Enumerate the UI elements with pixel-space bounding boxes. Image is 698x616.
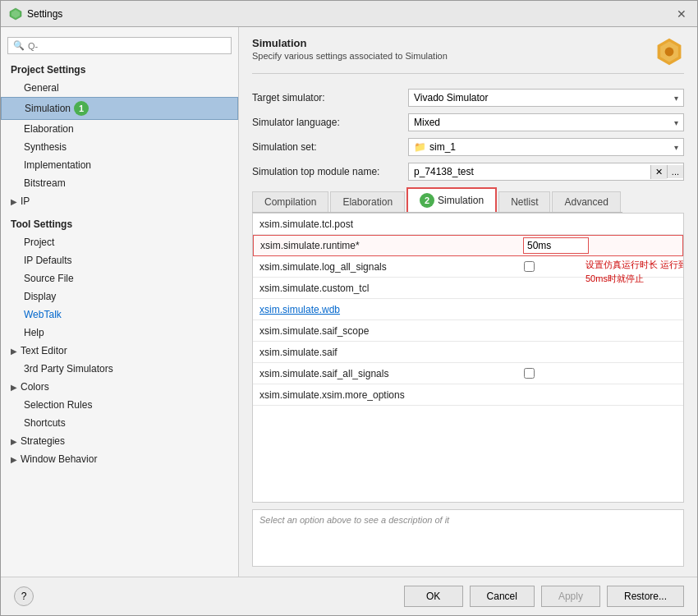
- sim-language-dropdown[interactable]: Mixed ▾: [408, 113, 684, 131]
- row-name-6: xsim.simulate.saif: [253, 343, 519, 361]
- table-row[interactable]: xsim.simulate.wdb: [253, 299, 683, 320]
- sidebar-item-implementation[interactable]: Implementation: [1, 156, 238, 174]
- tab-elaboration[interactable]: Elaboration: [330, 191, 405, 212]
- settings-table: xsim.simulate.tcl.post xsim.simulate.run…: [252, 213, 684, 503]
- dialog-title: Settings: [27, 8, 62, 20]
- sidebar-item-general[interactable]: General: [1, 79, 238, 97]
- panel-title: Simulation: [252, 37, 448, 49]
- table-row[interactable]: xsim.simulate.tcl.post: [253, 214, 683, 235]
- row-name-0: xsim.simulate.tcl.post: [253, 215, 519, 233]
- row-value-3: [519, 287, 683, 290]
- title-bar-left: Settings: [9, 7, 62, 21]
- sidebar-item-colors[interactable]: ▶ Colors: [1, 378, 238, 396]
- panel-subtitle: Specify various settings associated to S…: [252, 51, 448, 61]
- sim-language-control: Mixed ▾: [408, 113, 684, 131]
- sidebar-item-text-editor[interactable]: ▶ Text Editor: [1, 342, 238, 360]
- panel-header-top: Simulation Specify various settings asso…: [252, 37, 684, 67]
- table-row[interactable]: xsim.simulate.saif: [253, 342, 683, 363]
- row-value-7[interactable]: [519, 366, 683, 380]
- sim-set-label: Simulation set:: [252, 141, 408, 153]
- tab-netlist[interactable]: Netlist: [498, 191, 550, 212]
- sidebar-item-help[interactable]: Help: [1, 324, 238, 342]
- table-row[interactable]: xsim.simulate.runtime*: [253, 235, 683, 256]
- sidebar-item-display[interactable]: Display: [1, 287, 238, 306]
- row-name-5: xsim.simulate.saif_scope: [253, 322, 519, 340]
- tab-simulation[interactable]: 2 Simulation: [406, 187, 497, 212]
- top-module-label: Simulation top module name:: [252, 166, 408, 177]
- search-box[interactable]: 🔍: [7, 37, 232, 54]
- sidebar-item-synthesis[interactable]: Synthesis: [1, 138, 238, 156]
- top-module-control: ✕ ...: [408, 163, 684, 181]
- sidebar-item-3rd-party[interactable]: 3rd Party Simulators: [1, 360, 238, 378]
- tabs-wrapper: Compilation Elaboration 2 Simulation Net…: [252, 187, 684, 213]
- app-icon: [9, 7, 22, 21]
- search-input[interactable]: [28, 41, 226, 51]
- table-and-annotation-wrapper: xsim.simulate.tcl.post xsim.simulate.run…: [252, 213, 684, 567]
- bottom-bar: ? OK Cancel Apply Restore...: [1, 577, 697, 615]
- sidebar-item-bitstream[interactable]: Bitstream: [1, 174, 238, 192]
- text-editor-expand-arrow: ▶: [11, 347, 17, 356]
- tab-advanced[interactable]: Advanced: [552, 191, 620, 212]
- top-module-clear-btn[interactable]: ✕: [650, 165, 667, 179]
- top-module-input-wrapper: ✕ ...: [408, 163, 684, 181]
- target-simulator-label: Target simulator:: [252, 92, 408, 103]
- sim-language-arrow: ▾: [674, 118, 678, 127]
- sidebar-item-selection-rules[interactable]: Selection Rules: [1, 396, 238, 414]
- panel-header-text: Simulation Specify various settings asso…: [252, 37, 448, 61]
- sidebar-item-webtalk[interactable]: WebTalk: [1, 306, 238, 324]
- restore-button[interactable]: Restore...: [607, 586, 684, 607]
- target-simulator-arrow: ▾: [674, 94, 678, 103]
- row-value-0: [519, 223, 683, 226]
- project-settings-label: Project Settings: [1, 61, 238, 79]
- dialog-body: 🔍 Project Settings General Simulation 1 …: [1, 27, 697, 577]
- title-bar: Settings ✕: [1, 1, 697, 27]
- annotation: 设置仿真运行时长 运行到50ms时就停止: [585, 258, 684, 285]
- row-name-3: xsim.simulate.custom_tcl: [253, 279, 519, 297]
- simulation-badge: 1: [74, 101, 89, 116]
- sidebar-item-strategies[interactable]: ▶ Strategies: [1, 432, 238, 450]
- panel-header: Simulation Specify various settings asso…: [252, 37, 684, 80]
- svg-point-4: [665, 48, 674, 57]
- help-button[interactable]: ?: [14, 586, 34, 606]
- sim-set-control: 📁 sim_1 ▾: [408, 138, 684, 156]
- sidebar-item-ip[interactable]: ▶ IP: [1, 192, 238, 210]
- target-simulator-dropdown[interactable]: Vivado Simulator ▾: [408, 89, 684, 107]
- form-row-target-simulator: Target simulator: Vivado Simulator ▾: [252, 89, 684, 107]
- table-row[interactable]: xsim.simulate.saif_all_signals: [253, 363, 683, 384]
- close-button[interactable]: ✕: [674, 7, 689, 21]
- log-signals-checkbox[interactable]: [524, 261, 535, 272]
- search-icon: 🔍: [13, 40, 25, 51]
- top-module-browse-btn[interactable]: ...: [667, 165, 683, 178]
- table-row[interactable]: xsim.simulate.xsim.more_options: [253, 384, 683, 406]
- tab-compilation[interactable]: Compilation: [252, 191, 328, 212]
- main-panel: Simulation Specify various settings asso…: [239, 27, 697, 577]
- sidebar-item-simulation[interactable]: Simulation 1: [1, 97, 238, 120]
- row-name-1: xsim.simulate.runtime*: [254, 237, 518, 255]
- sim-set-arrow: ▾: [674, 143, 678, 152]
- cancel-button[interactable]: Cancel: [470, 586, 535, 607]
- row-value-4: [519, 308, 683, 311]
- row-name-7: xsim.simulate.saif_all_signals: [253, 365, 519, 383]
- form-row-sim-set: Simulation set: 📁 sim_1 ▾: [252, 138, 684, 156]
- tabs-container: Compilation Elaboration 2 Simulation Net…: [252, 187, 622, 213]
- sidebar-item-project-tool[interactable]: Project: [1, 233, 238, 251]
- ok-button[interactable]: OK: [404, 586, 463, 607]
- row-value-1[interactable]: [518, 236, 682, 255]
- target-simulator-control: Vivado Simulator ▾: [408, 89, 684, 107]
- sidebar-item-shortcuts[interactable]: Shortcuts: [1, 414, 238, 432]
- saif-all-signals-checkbox[interactable]: [524, 368, 535, 379]
- sidebar-item-source-file[interactable]: Source File: [1, 269, 238, 287]
- apply-button[interactable]: Apply: [541, 586, 600, 607]
- sidebar-item-window-behavior[interactable]: ▶ Window Behavior: [1, 450, 238, 468]
- ip-expand-arrow: ▶: [11, 197, 17, 206]
- top-module-input[interactable]: [409, 163, 650, 180]
- runtime-input[interactable]: [523, 237, 589, 254]
- sidebar-item-ip-defaults[interactable]: IP Defaults: [1, 251, 238, 269]
- form-row-sim-language: Simulator language: Mixed ▾: [252, 113, 684, 131]
- sim-set-dropdown[interactable]: 📁 sim_1 ▾: [408, 138, 684, 156]
- sidebar-item-elaboration[interactable]: Elaboration: [1, 120, 238, 138]
- row-value-5: [519, 329, 683, 333]
- form-row-top-module: Simulation top module name: ✕ ...: [252, 163, 684, 181]
- colors-expand-arrow: ▶: [11, 383, 17, 392]
- table-row[interactable]: xsim.simulate.saif_scope: [253, 320, 683, 342]
